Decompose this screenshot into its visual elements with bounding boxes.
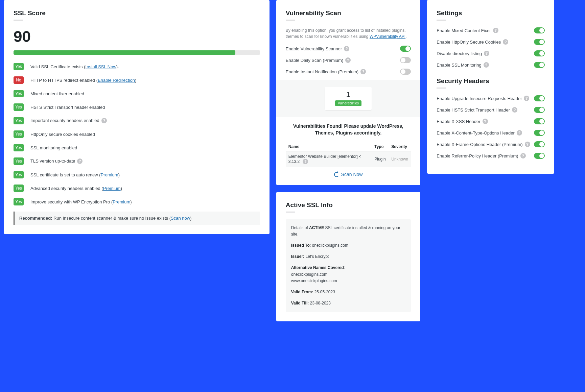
ssl-issued-to: oneclickplugins.com [312,243,348,248]
vuln-table: Name Type Severity Elementor Website Bui… [286,142,411,167]
help-icon[interactable]: ? [360,69,366,74]
ssl-check-row: YesSSL certificate is set to auto renew … [14,171,260,178]
help-icon[interactable]: ? [520,153,526,158]
ssl-check-row: NoHTTP to HTTPS redirect enabled (Enable… [14,76,260,84]
help-icon[interactable]: ? [484,51,489,56]
vuln-toggle-toggle[interactable] [400,46,411,52]
toggle-knob [539,28,544,33]
divider [437,20,446,21]
ssl-check-link[interactable]: Premium [103,186,121,191]
security-toggle-row: Enable X-Frame-Options Header (Premium)? [437,141,544,147]
vuln-th-severity: Severity [389,142,411,151]
security-toggle-label: Enable HSTS Strict Transport Header? [437,107,517,113]
ssl-check-link[interactable]: Premium [113,199,130,204]
wpvuln-api-link[interactable]: WPVulnerability API [370,34,405,39]
ssl-check-text: HttpOnly secure cookies enabled [30,132,95,137]
toggle-knob [539,142,544,147]
security-toggle-label: Enable X-Frame-Options Header (Premium)? [437,142,530,147]
ssl-check-link[interactable]: Enable Redirection [98,78,135,83]
help-icon[interactable]: ? [101,118,107,123]
security-toggle-toggle[interactable] [534,107,545,113]
status-badge-yes: Yes [14,103,24,111]
vuln-result-box: 1 Vulnerabilities [276,80,421,117]
vuln-type-cell: Plugin [372,151,389,167]
security-headers-title: Security Headers [437,77,544,85]
vuln-count-card: 1 Vulnerabilities [325,87,372,110]
security-toggle-row: Enable X-Content-Type-Options Header? [437,130,544,136]
vuln-scan-title: Vulnerability Scan [286,9,411,17]
security-toggle-toggle[interactable] [534,130,545,136]
settings-toggle-row: Enable SSL Monitoring? [437,62,544,68]
toggle-knob [539,63,544,67]
vuln-toggle-label: Enable Daily Scan (Premium)? [286,57,351,63]
security-toggle-row: Enable Referrer-Policy Header (Premium)? [437,153,544,159]
ssl-check-row: YesMixed content fixer enabled [14,90,260,97]
help-icon[interactable]: ? [483,119,488,124]
settings-toggle-row: Enable HttpOnly Secure Cookies? [437,39,544,45]
ssl-score-card: SSL Score 90 YesValid SSL Certificate ex… [4,0,270,234]
ssl-check-text: Valid SSL Certificate exists (Install SS… [30,64,119,69]
ssl-check-text: Mixed content fixer enabled [30,91,84,96]
toggle-knob [405,46,410,51]
toggle-knob [539,96,544,101]
ssl-check-link[interactable]: Premium [101,172,118,177]
ssl-check-row: YesValid SSL Certificate exists (Install… [14,63,260,70]
recommended-box: Recommended: Run Insecure content scanne… [14,212,260,225]
settings-toggle-toggle[interactable] [534,27,545,33]
security-toggle-label: Enable X-XSS Header? [437,119,488,124]
ssl-check-text: Advanced security headers enabled (Premi… [30,186,122,191]
settings-toggle-label: Disable directory listing? [437,51,489,56]
vuln-toggle-row: Enable Daily Scan (Premium)? [286,57,411,63]
ssl-check-text: Important security headers enabled? [30,118,107,123]
scan-now-button[interactable]: Scan Now [334,172,363,177]
security-toggle-toggle[interactable] [534,141,545,147]
security-toggle-toggle[interactable] [534,153,545,159]
ssl-valid-till: 23-08-2023 [310,301,331,305]
help-icon[interactable]: ? [344,46,349,51]
ssl-check-link[interactable]: Install SSL Now [86,64,116,69]
settings-toggle-row: Enable Mixed Content Fixer? [437,27,544,33]
settings-toggle-toggle[interactable] [534,62,545,68]
vuln-toggle-toggle[interactable] [400,69,411,75]
ssl-check-text: HTTP to HTTPS redirect enabled (Enable R… [30,78,136,83]
vuln-scan-desc: By enabling this option, you grant acces… [286,27,411,40]
settings-toggle-toggle[interactable] [534,39,545,45]
ssl-check-row: YesSSL monitoring enabled [14,144,260,151]
toggle-knob [539,107,544,112]
vuln-toggle-toggle[interactable] [400,57,411,63]
settings-card: Settings Enable Mixed Content Fixer?Enab… [427,0,554,174]
settings-toggle-toggle[interactable] [534,50,545,56]
help-icon[interactable]: ? [484,62,489,68]
security-toggle-toggle[interactable] [534,95,545,101]
help-icon[interactable]: ? [503,39,508,45]
vuln-toggle-row: Enable Vulnerability Scanner? [286,46,411,52]
ssl-check-row: YesHSTS Strict Transport header enabled [14,103,260,111]
ssl-issuer: Let's Encrypt [305,254,329,259]
toggle-knob [539,153,544,158]
help-icon[interactable]: ? [524,96,529,101]
active-ssl-card: Active SSL Info Details of ACTIVE SSL ce… [276,192,421,322]
vulnerability-scan-card: Vulnerability Scan By enabling this opti… [276,0,421,185]
help-icon[interactable]: ? [517,130,522,136]
help-icon[interactable]: ? [345,57,351,63]
vuln-severity-cell: Unknown [389,151,411,167]
help-icon[interactable]: ? [525,142,530,147]
security-toggle-label: Enable X-Content-Type-Options Header? [437,130,522,136]
help-icon[interactable]: ? [493,28,498,33]
divider [437,88,446,89]
status-badge-no: No [14,76,24,84]
vuln-th-type: Type [372,142,389,151]
security-toggle-row: Enable HSTS Strict Transport Header? [437,107,544,113]
toggle-knob [401,58,405,63]
recommended-text: Run Insecure content scanner & make sure… [52,216,171,221]
ssl-check-text: SSL monitoring enabled [30,145,77,150]
security-toggle-toggle[interactable] [534,118,545,124]
help-icon[interactable]: ? [303,159,308,164]
status-badge-yes: Yes [14,117,24,124]
settings-toggle-row: Disable directory listing? [437,50,544,56]
scan-now-link[interactable]: Scan now [171,216,190,221]
help-icon[interactable]: ? [77,158,83,164]
status-badge-yes: Yes [14,157,24,165]
ssl-score-value: 90 [14,27,260,46]
help-icon[interactable]: ? [512,107,517,113]
